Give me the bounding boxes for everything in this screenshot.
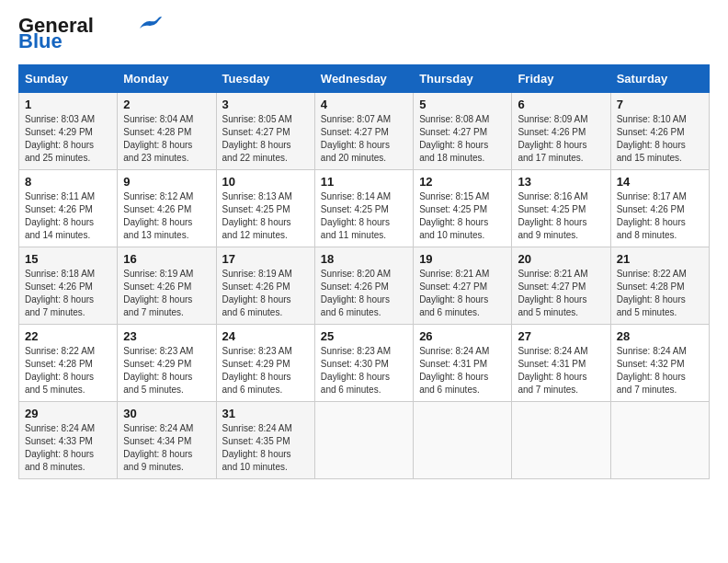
- day-info: Sunrise: 8:23 AM Sunset: 4:29 PM Dayligh…: [123, 345, 210, 396]
- day-info: Sunrise: 8:07 AM Sunset: 4:27 PM Dayligh…: [321, 113, 407, 165]
- calendar-cell: [610, 402, 709, 479]
- calendar-cell: 17 Sunrise: 8:19 AM Sunset: 4:26 PM Dayl…: [216, 247, 314, 325]
- day-number: 26: [419, 329, 506, 343]
- day-number: 31: [222, 407, 309, 420]
- calendar-cell: 16 Sunrise: 8:19 AM Sunset: 4:26 PM Dayl…: [118, 247, 216, 325]
- day-number: 29: [25, 407, 111, 420]
- day-info: Sunrise: 8:21 AM Sunset: 4:27 PM Dayligh…: [518, 268, 604, 319]
- calendar-cell: 20 Sunrise: 8:21 AM Sunset: 4:27 PM Dayl…: [512, 247, 610, 325]
- calendar-cell: [314, 402, 413, 479]
- calendar-cell: [414, 402, 512, 479]
- day-number: 3: [222, 98, 309, 111]
- week-row-1: 1 Sunrise: 8:03 AM Sunset: 4:29 PM Dayli…: [19, 93, 710, 170]
- day-number: 7: [617, 98, 703, 111]
- day-info: Sunrise: 8:22 AM Sunset: 4:28 PM Dayligh…: [25, 345, 111, 396]
- calendar-cell: 5 Sunrise: 8:08 AM Sunset: 4:27 PM Dayli…: [414, 93, 512, 170]
- calendar-cell: 8 Sunrise: 8:11 AM Sunset: 4:26 PM Dayli…: [19, 170, 118, 247]
- day-number: 18: [321, 252, 407, 266]
- day-info: Sunrise: 8:14 AM Sunset: 4:25 PM Dayligh…: [321, 190, 407, 242]
- day-number: 28: [617, 329, 703, 343]
- day-number: 19: [419, 252, 506, 266]
- header-monday: Monday: [118, 65, 216, 93]
- calendar-cell: 29 Sunrise: 8:24 AM Sunset: 4:33 PM Dayl…: [19, 402, 118, 479]
- logo-blue: Blue: [18, 29, 63, 53]
- calendar-cell: 25 Sunrise: 8:23 AM Sunset: 4:30 PM Dayl…: [314, 325, 413, 402]
- day-number: 22: [25, 329, 111, 343]
- calendar-cell: 30 Sunrise: 8:24 AM Sunset: 4:34 PM Dayl…: [118, 402, 216, 479]
- day-info: Sunrise: 8:23 AM Sunset: 4:29 PM Dayligh…: [222, 345, 309, 396]
- day-info: Sunrise: 8:18 AM Sunset: 4:26 PM Dayligh…: [25, 268, 111, 319]
- header-sunday: Sunday: [19, 65, 118, 93]
- calendar-cell: 1 Sunrise: 8:03 AM Sunset: 4:29 PM Dayli…: [19, 93, 118, 170]
- calendar-cell: 18 Sunrise: 8:20 AM Sunset: 4:26 PM Dayl…: [314, 247, 413, 325]
- day-number: 17: [222, 252, 309, 266]
- day-info: Sunrise: 8:15 AM Sunset: 4:25 PM Dayligh…: [419, 190, 506, 242]
- week-row-3: 15 Sunrise: 8:18 AM Sunset: 4:26 PM Dayl…: [19, 247, 710, 325]
- day-info: Sunrise: 8:24 AM Sunset: 4:34 PM Dayligh…: [123, 422, 210, 474]
- calendar-cell: 11 Sunrise: 8:14 AM Sunset: 4:25 PM Dayl…: [314, 170, 413, 247]
- day-number: 21: [617, 252, 703, 266]
- day-info: Sunrise: 8:20 AM Sunset: 4:26 PM Dayligh…: [321, 268, 407, 319]
- calendar-cell: 10 Sunrise: 8:13 AM Sunset: 4:25 PM Dayl…: [216, 170, 314, 247]
- day-number: 8: [25, 175, 111, 189]
- day-info: Sunrise: 8:12 AM Sunset: 4:26 PM Dayligh…: [123, 190, 210, 242]
- calendar-cell: 2 Sunrise: 8:04 AM Sunset: 4:28 PM Dayli…: [118, 93, 216, 170]
- day-info: Sunrise: 8:03 AM Sunset: 4:29 PM Dayligh…: [25, 113, 111, 165]
- day-info: Sunrise: 8:21 AM Sunset: 4:27 PM Dayligh…: [419, 268, 506, 319]
- calendar-cell: 31 Sunrise: 8:24 AM Sunset: 4:35 PM Dayl…: [216, 402, 314, 479]
- logo: General Blue: [18, 15, 164, 53]
- day-number: 14: [617, 175, 703, 189]
- day-info: Sunrise: 8:10 AM Sunset: 4:26 PM Dayligh…: [617, 113, 703, 165]
- header: General Blue: [18, 15, 710, 53]
- week-row-2: 8 Sunrise: 8:11 AM Sunset: 4:26 PM Dayli…: [19, 170, 710, 247]
- calendar-cell: 13 Sunrise: 8:16 AM Sunset: 4:25 PM Dayl…: [512, 170, 610, 247]
- day-number: 9: [123, 175, 210, 189]
- logo-bird-icon: [138, 16, 164, 32]
- calendar-cell: [512, 402, 610, 479]
- day-info: Sunrise: 8:09 AM Sunset: 4:26 PM Dayligh…: [518, 113, 604, 165]
- header-saturday: Saturday: [610, 65, 709, 93]
- day-info: Sunrise: 8:24 AM Sunset: 4:33 PM Dayligh…: [25, 422, 111, 474]
- day-info: Sunrise: 8:13 AM Sunset: 4:25 PM Dayligh…: [222, 190, 309, 242]
- day-number: 2: [123, 98, 210, 111]
- day-number: 15: [25, 252, 111, 266]
- calendar-cell: 6 Sunrise: 8:09 AM Sunset: 4:26 PM Dayli…: [512, 93, 610, 170]
- day-number: 23: [123, 329, 210, 343]
- day-number: 11: [321, 175, 407, 189]
- calendar-cell: 19 Sunrise: 8:21 AM Sunset: 4:27 PM Dayl…: [414, 247, 512, 325]
- calendar-cell: 22 Sunrise: 8:22 AM Sunset: 4:28 PM Dayl…: [19, 325, 118, 402]
- day-info: Sunrise: 8:08 AM Sunset: 4:27 PM Dayligh…: [419, 113, 506, 165]
- day-info: Sunrise: 8:24 AM Sunset: 4:31 PM Dayligh…: [419, 345, 506, 396]
- header-thursday: Thursday: [414, 65, 512, 93]
- day-number: 12: [419, 175, 506, 189]
- day-info: Sunrise: 8:24 AM Sunset: 4:32 PM Dayligh…: [617, 345, 703, 396]
- header-wednesday: Wednesday: [314, 65, 413, 93]
- calendar-cell: 28 Sunrise: 8:24 AM Sunset: 4:32 PM Dayl…: [610, 325, 709, 402]
- week-row-5: 29 Sunrise: 8:24 AM Sunset: 4:33 PM Dayl…: [19, 402, 710, 479]
- day-number: 1: [25, 98, 111, 111]
- header-friday: Friday: [512, 65, 610, 93]
- calendar-cell: 7 Sunrise: 8:10 AM Sunset: 4:26 PM Dayli…: [610, 93, 709, 170]
- calendar-cell: 27 Sunrise: 8:24 AM Sunset: 4:31 PM Dayl…: [512, 325, 610, 402]
- day-info: Sunrise: 8:17 AM Sunset: 4:26 PM Dayligh…: [617, 190, 703, 242]
- day-number: 16: [123, 252, 210, 266]
- day-number: 27: [518, 329, 604, 343]
- day-info: Sunrise: 8:19 AM Sunset: 4:26 PM Dayligh…: [123, 268, 210, 319]
- day-number: 5: [419, 98, 506, 111]
- day-info: Sunrise: 8:16 AM Sunset: 4:25 PM Dayligh…: [518, 190, 604, 242]
- day-info: Sunrise: 8:11 AM Sunset: 4:26 PM Dayligh…: [25, 190, 111, 242]
- day-info: Sunrise: 8:04 AM Sunset: 4:28 PM Dayligh…: [123, 113, 210, 165]
- day-info: Sunrise: 8:24 AM Sunset: 4:35 PM Dayligh…: [222, 422, 309, 474]
- day-number: 20: [518, 252, 604, 266]
- calendar-cell: 26 Sunrise: 8:24 AM Sunset: 4:31 PM Dayl…: [414, 325, 512, 402]
- day-number: 13: [518, 175, 604, 189]
- calendar-cell: 15 Sunrise: 8:18 AM Sunset: 4:26 PM Dayl…: [19, 247, 118, 325]
- day-number: 25: [321, 329, 407, 343]
- calendar-cell: 9 Sunrise: 8:12 AM Sunset: 4:26 PM Dayli…: [118, 170, 216, 247]
- calendar-cell: 24 Sunrise: 8:23 AM Sunset: 4:29 PM Dayl…: [216, 325, 314, 402]
- day-number: 6: [518, 98, 604, 111]
- day-info: Sunrise: 8:24 AM Sunset: 4:31 PM Dayligh…: [518, 345, 604, 396]
- day-info: Sunrise: 8:22 AM Sunset: 4:28 PM Dayligh…: [617, 268, 703, 319]
- calendar-cell: 12 Sunrise: 8:15 AM Sunset: 4:25 PM Dayl…: [414, 170, 512, 247]
- calendar-cell: 23 Sunrise: 8:23 AM Sunset: 4:29 PM Dayl…: [118, 325, 216, 402]
